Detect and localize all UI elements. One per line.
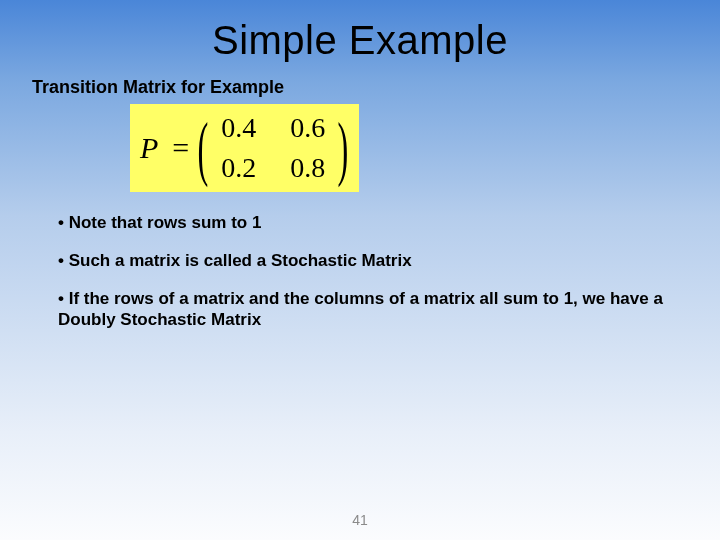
slide-title: Simple Example — [0, 0, 720, 63]
bullet-1: • Note that rows sum to 1 — [58, 212, 668, 234]
right-paren-icon: ) — [338, 118, 349, 178]
left-paren-icon: ( — [198, 118, 209, 178]
matrix-variable: P — [140, 131, 158, 165]
bullet-list: • Note that rows sum to 1 • Such a matri… — [58, 212, 668, 331]
matrix-cell-10: 0.2 — [221, 152, 256, 184]
matrix-cell-01: 0.6 — [290, 112, 325, 144]
equals-sign: = — [172, 131, 189, 165]
matrix-cell-11: 0.8 — [290, 152, 325, 184]
matrix-cell-00: 0.4 — [221, 112, 256, 144]
matrix-values: 0.4 0.6 0.2 0.8 — [215, 110, 331, 186]
slide-subtitle: Transition Matrix for Example — [32, 77, 720, 98]
slide: Simple Example Transition Matrix for Exa… — [0, 0, 720, 540]
page-number: 41 — [0, 512, 720, 528]
matrix-container: P = ( 0.4 0.6 0.2 0.8 ) — [130, 104, 720, 192]
bullet-3: • If the rows of a matrix and the column… — [58, 288, 668, 332]
transition-matrix: P = ( 0.4 0.6 0.2 0.8 ) — [130, 104, 359, 192]
bullet-2: • Such a matrix is called a Stochastic M… — [58, 250, 668, 272]
